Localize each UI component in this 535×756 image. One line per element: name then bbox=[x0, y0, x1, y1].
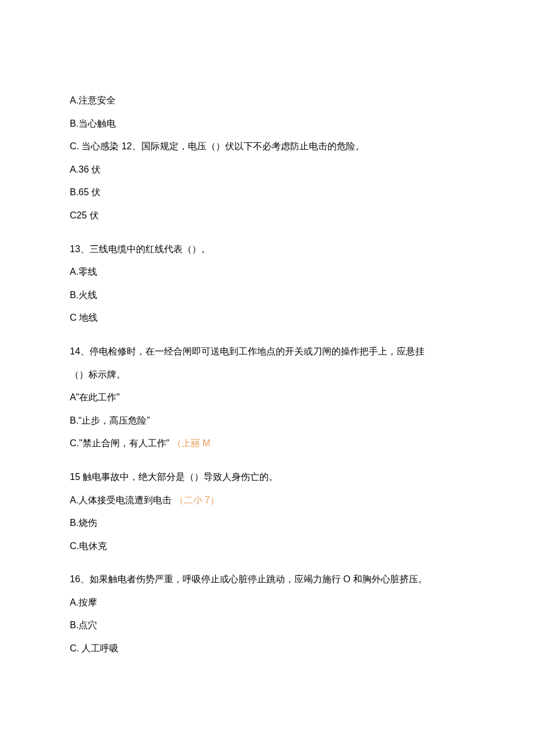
question-stem: 15 触电事故中，绝大部分是（）导致人身伤亡的。 bbox=[70, 470, 465, 485]
question-16-block: 16、如果触电者伤势严重，呼吸停止或心脏停止跳动，应竭力施行 O 和胸外心脏挤压… bbox=[70, 572, 465, 655]
option-a: A.人体接受电流遭到电击 （二小 7） bbox=[70, 493, 465, 508]
question-14-block: 14、停电检修时，在一经合闸即可送电到工作地点的开关或刀闸的操作把手上，应悬挂 … bbox=[70, 344, 465, 451]
question-stem-line1: 14、停电检修时，在一经合闸即可送电到工作地点的开关或刀闸的操作把手上，应悬挂 bbox=[70, 344, 465, 359]
option-c: C25 伏 bbox=[70, 208, 465, 223]
question-13-block: 13、三线电缆中的红线代表（）。 A.零线 B.火线 C 地线 bbox=[70, 242, 465, 325]
question-11-12-block: A.注意安全 B.当心触电 C. 当心感染 12、国际规定，电压（）伏以下不必考… bbox=[70, 93, 465, 223]
question-stem-line2: （）标示牌。 bbox=[70, 367, 465, 382]
option-b: B.烧伤 bbox=[70, 515, 465, 531]
option-a: A.零线 bbox=[70, 264, 465, 280]
option-c: C.电休克 bbox=[70, 539, 465, 554]
option-a: A"在此工作" bbox=[70, 390, 465, 405]
option-c: C."禁止合闸，有人工作" （上丽 M bbox=[70, 436, 465, 451]
option-b: B.“止步，高压危险” bbox=[70, 413, 465, 428]
question-15-block: 15 触电事故中，绝大部分是（）导致人身伤亡的。 A.人体接受电流遭到电击 （二… bbox=[70, 470, 465, 553]
option-b: B.点穴 bbox=[70, 618, 465, 633]
option-c-text: C. 当心感染 bbox=[70, 141, 122, 151]
option-c: C. 人工呼吸 bbox=[70, 641, 465, 656]
option-c-and-q12: C. 当心感染 12、国际规定，电压（）伏以下不必考虑防止电击的危险。 bbox=[70, 139, 465, 154]
annotation-text: （上丽 M bbox=[172, 438, 211, 448]
question-stem: 13、三线电缆中的红线代表（）。 bbox=[70, 242, 465, 257]
option-a: A.注意安全 bbox=[70, 93, 465, 108]
option-b: B.65 伏 bbox=[70, 185, 465, 200]
annotation-text: （二小 7） bbox=[174, 495, 219, 505]
option-a: A.按摩 bbox=[70, 595, 465, 610]
option-b: B.火线 bbox=[70, 288, 465, 303]
option-a: A.36 伏 bbox=[70, 162, 465, 177]
option-b: B.当心触电 bbox=[70, 116, 465, 131]
option-c-text: C."禁止合闸，有人工作" bbox=[70, 438, 169, 448]
option-a-text: A.人体接受电流遭到电击 bbox=[70, 495, 172, 505]
document-page: A.注意安全 B.当心触电 C. 当心感染 12、国际规定，电压（）伏以下不必考… bbox=[0, 0, 535, 756]
option-c: C 地线 bbox=[70, 310, 465, 325]
question-12-stem: 12、国际规定，电压（）伏以下不必考虑防止电击的危险。 bbox=[122, 141, 365, 151]
question-stem: 16、如果触电者伤势严重，呼吸停止或心脏停止跳动，应竭力施行 O 和胸外心脏挤压… bbox=[70, 572, 465, 587]
